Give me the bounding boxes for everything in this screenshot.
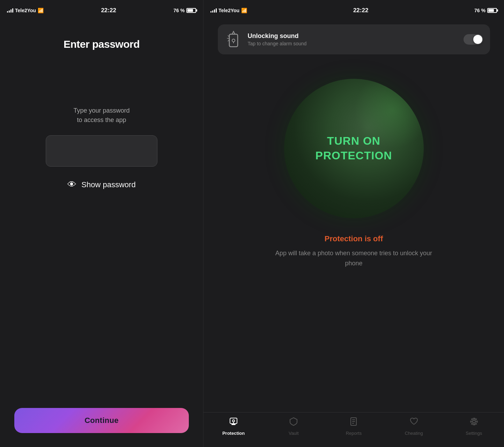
tab-reports[interactable]: Reports bbox=[338, 417, 369, 436]
continue-label: Continue bbox=[84, 416, 119, 425]
settings-tab-icon bbox=[469, 417, 479, 429]
svg-point-3 bbox=[232, 420, 235, 422]
right-signal-bars-icon bbox=[210, 8, 217, 13]
protection-tab-icon bbox=[229, 417, 238, 429]
svg-rect-0 bbox=[229, 34, 238, 47]
carrier-label: Tele2You bbox=[15, 8, 36, 13]
right-wifi-icon: 📶 bbox=[241, 8, 247, 13]
unlocking-sound-toggle[interactable] bbox=[464, 34, 483, 45]
left-status-left: Tele2You 📶 bbox=[7, 8, 44, 13]
right-time: 22:22 bbox=[353, 7, 368, 14]
eye-icon: 👁 bbox=[67, 179, 76, 190]
protection-tab-label: Protection bbox=[222, 431, 245, 436]
enter-password-subtitle: Type your password to access the app bbox=[73, 106, 129, 125]
right-status-right: 76 % bbox=[474, 8, 497, 13]
left-panel: Tele2You 📶 22:22 76 % Enter password Typ… bbox=[0, 0, 203, 447]
tab-vault[interactable]: Vault bbox=[278, 417, 309, 436]
battery-icon bbox=[186, 8, 196, 13]
right-battery-icon bbox=[487, 8, 497, 13]
tab-cheating[interactable]: Cheating bbox=[398, 417, 430, 436]
svg-point-1 bbox=[232, 39, 235, 42]
cheating-tab-label: Cheating bbox=[405, 431, 423, 436]
cheating-tab-icon bbox=[409, 417, 419, 429]
unlocking-sound-card[interactable]: Unlocking sound Tap to change alarm soun… bbox=[218, 24, 490, 54]
vault-tab-label: Vault bbox=[289, 431, 299, 436]
right-status-bar: Tele2You 📶 22:22 76 % bbox=[203, 0, 504, 17]
unlocking-sound-subtitle: Tap to change alarm sound bbox=[248, 41, 458, 46]
protection-circle-area: TURN ON PROTECTION bbox=[281, 75, 427, 222]
right-status-left: Tele2You 📶 bbox=[210, 8, 247, 13]
unlocking-sound-title: Unlocking sound bbox=[248, 32, 458, 40]
protection-status-label: Protection is off bbox=[325, 234, 383, 243]
right-battery-fill bbox=[488, 9, 494, 12]
battery-percent: 76 % bbox=[173, 8, 185, 13]
toggle-knob bbox=[473, 35, 482, 44]
left-time: 22:22 bbox=[101, 7, 116, 14]
turn-on-text: TURN ON PROTECTION bbox=[316, 134, 392, 163]
left-status-bar: Tele2You 📶 22:22 76 % bbox=[0, 0, 203, 17]
reports-tab-label: Reports bbox=[346, 431, 362, 436]
settings-tab-label: Settings bbox=[466, 431, 482, 436]
svg-point-10 bbox=[473, 420, 475, 423]
tab-protection[interactable]: Protection bbox=[218, 417, 249, 436]
reports-tab-icon bbox=[349, 417, 358, 429]
battery-fill bbox=[187, 9, 193, 12]
vault-tab-icon bbox=[289, 417, 298, 429]
tab-settings[interactable]: Settings bbox=[458, 417, 490, 436]
turn-on-protection-button[interactable]: TURN ON PROTECTION bbox=[284, 79, 424, 218]
svg-rect-4 bbox=[231, 424, 236, 425]
wifi-icon: 📶 bbox=[38, 8, 44, 13]
password-input-container[interactable] bbox=[46, 135, 157, 167]
bottom-tab-bar: Protection Vault Reports bbox=[203, 412, 504, 447]
right-carrier-label: Tele2You bbox=[218, 8, 239, 13]
right-battery-percent: 76 % bbox=[474, 8, 486, 13]
password-input[interactable] bbox=[52, 136, 151, 166]
phone-unlock-icon bbox=[225, 31, 242, 48]
show-password-label: Show password bbox=[81, 180, 135, 189]
right-panel: Tele2You 📶 22:22 76 % Unlocking sound Ta… bbox=[203, 0, 504, 447]
show-password-row[interactable]: 👁 Show password bbox=[67, 179, 135, 190]
unlocking-text-group: Unlocking sound Tap to change alarm soun… bbox=[248, 32, 458, 46]
continue-button[interactable]: Continue bbox=[14, 408, 189, 433]
signal-bars-icon bbox=[7, 8, 13, 13]
left-status-right: 76 % bbox=[173, 8, 196, 13]
page-title: Enter password bbox=[64, 38, 140, 50]
protection-description: App will take a photo when someone tries… bbox=[270, 248, 438, 268]
